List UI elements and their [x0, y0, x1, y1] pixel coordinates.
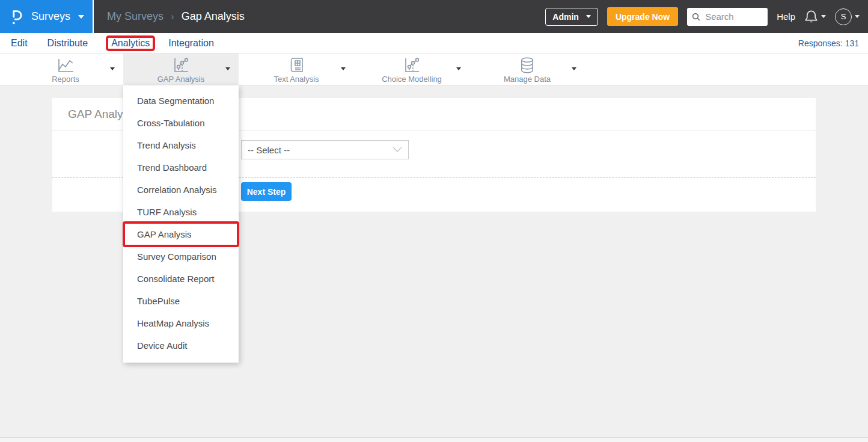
tab-analytics-label: Analytics: [111, 38, 150, 50]
chevron-down-icon: [78, 15, 84, 19]
toolbar-item-gap-analysis[interactable]: GAP Analysis: [123, 54, 239, 85]
toolbar-item-reports[interactable]: Reports: [8, 54, 123, 85]
gap-scatter-icon: [172, 56, 190, 74]
account-menu[interactable]: S: [835, 8, 860, 25]
menu-item-survey-comparison[interactable]: Survey Comparison: [123, 245, 239, 268]
admin-dropdown-button[interactable]: Admin: [545, 8, 598, 26]
chevron-down-icon: [855, 15, 860, 18]
search-icon: [692, 13, 700, 21]
toolbar-item-label: GAP Analysis: [157, 75, 205, 84]
avatar: S: [835, 8, 852, 25]
toolbar-item-text-analysis[interactable]: Text Analysis: [239, 54, 354, 85]
menu-item-turf-analysis[interactable]: TURF Analysis: [123, 201, 239, 223]
question-select[interactable]: -- Select --: [241, 140, 409, 159]
chevron-down-icon: [225, 67, 230, 70]
analytics-toolbar: Reports GAP Analysis: [0, 54, 868, 85]
menu-item-label: GAP Analysis: [137, 229, 192, 239]
gap-analysis-dropdown-menu: Data Segmentation Cross-Tabulation Trend…: [123, 85, 239, 363]
responses-count: Responses: 131: [798, 38, 859, 48]
chevron-down-icon: [341, 67, 346, 70]
toolbar-item-label: Reports: [52, 75, 79, 84]
toolbar-item-label: Text Analysis: [274, 75, 319, 84]
choice-scatter-icon: [403, 56, 421, 74]
admin-label: Admin: [552, 12, 579, 22]
breadcrumb: My Surveys › Gap Analysis: [107, 10, 245, 23]
toolbar-item-choice-modelling[interactable]: Choice Modelling: [354, 54, 469, 85]
help-link[interactable]: Help: [777, 11, 795, 22]
menu-item-tubepulse[interactable]: TubePulse: [123, 290, 239, 312]
tab-analytics[interactable]: Analytics: [106, 35, 155, 51]
menu-item-device-audit[interactable]: Device Audit: [123, 334, 239, 357]
database-icon: [519, 56, 536, 74]
tab-integration[interactable]: Integration: [168, 38, 214, 49]
chevron-down-icon: [110, 67, 115, 70]
menu-item-cross-tabulation[interactable]: Cross-Tabulation: [123, 112, 239, 134]
toolbar-item-label: Choice Modelling: [382, 75, 442, 84]
menu-item-heatmap-analysis[interactable]: HeatMap Analysis: [123, 312, 239, 334]
chevron-down-icon: [586, 15, 591, 18]
menu-item-gap-analysis[interactable]: GAP Analysis: [123, 223, 239, 245]
line-chart-icon: [57, 56, 75, 74]
tab-edit[interactable]: Edit: [11, 38, 28, 49]
breadcrumb-my-surveys[interactable]: My Surveys: [107, 10, 164, 23]
menu-item-consolidate-report[interactable]: Consolidate Report: [123, 268, 239, 290]
header-actions: Admin Upgrade Now Help S: [545, 7, 868, 26]
chevron-down-icon: [456, 67, 461, 70]
chevron-down-icon: [572, 67, 576, 70]
upgrade-now-button[interactable]: Upgrade Now: [607, 7, 678, 26]
toolbar-item-manage-data[interactable]: Manage Data: [469, 54, 585, 85]
bell-icon: [804, 9, 818, 24]
footer-bar: [0, 437, 868, 442]
menu-item-correlation-analysis[interactable]: Correlation Analysis: [123, 179, 239, 201]
chevron-down-icon: [393, 147, 402, 153]
toolbar-item-label: Manage Data: [504, 75, 551, 84]
menu-item-trend-analysis[interactable]: Trend Analysis: [123, 134, 239, 156]
top-header-bar: Surveys My Surveys › Gap Analysis Admin …: [0, 0, 868, 33]
question-select-value: -- Select --: [248, 145, 290, 155]
tab-distribute[interactable]: Distribute: [47, 38, 88, 49]
text-document-icon: [289, 56, 305, 74]
chevron-down-icon: [821, 15, 826, 18]
survey-nav-bar: Edit Distribute Analytics Integration Re…: [0, 33, 868, 54]
surveys-product-menu[interactable]: Surveys: [0, 0, 94, 33]
avatar-initial: S: [841, 12, 846, 21]
search-input[interactable]: [704, 11, 759, 22]
questionpro-logo-icon: [10, 8, 23, 25]
breadcrumb-separator: ›: [171, 11, 174, 23]
product-label: Surveys: [31, 10, 70, 23]
next-step-button[interactable]: Next Step: [241, 182, 292, 201]
notifications-menu[interactable]: [804, 9, 826, 24]
search-box[interactable]: [687, 8, 768, 26]
menu-item-data-segmentation[interactable]: Data Segmentation: [123, 90, 239, 112]
menu-item-trend-dashboard[interactable]: Trend Dashboard: [123, 156, 239, 179]
breadcrumb-current: Gap Analysis: [182, 10, 245, 23]
